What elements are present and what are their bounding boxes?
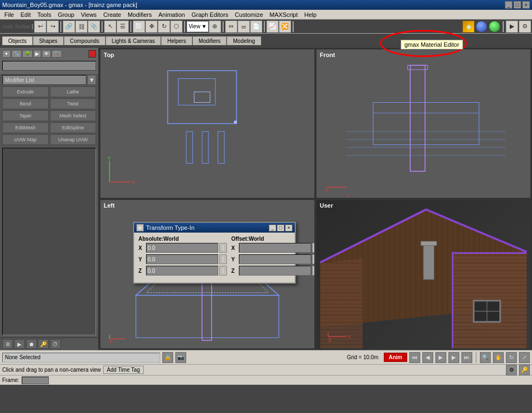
- bend-btn[interactable]: Bend: [2, 98, 49, 109]
- lathe-btn[interactable]: Lathe: [50, 86, 97, 97]
- anim-prev-key[interactable]: ◀: [422, 352, 433, 363]
- oy-spinner[interactable]: ▲▼: [312, 254, 315, 264]
- menu-animation[interactable]: Animation: [155, 11, 188, 18]
- x-down[interactable]: ▼: [221, 248, 225, 251]
- restore-btn[interactable]: □: [514, 1, 521, 9]
- anim-play-btn[interactable]: ▶: [14, 339, 25, 349]
- redo-btn[interactable]: ↪: [47, 21, 59, 33]
- viewport-left[interactable]: Left Z: [100, 199, 315, 349]
- nav-zoom-btn[interactable]: 🔍: [480, 352, 491, 363]
- nav-maxout-btn[interactable]: ⤢: [519, 352, 530, 363]
- tab-compounds[interactable]: Compounds: [64, 36, 105, 45]
- viewport-user[interactable]: User: [316, 199, 531, 349]
- tab-objects[interactable]: Objects: [2, 36, 33, 45]
- menu-graph-editors[interactable]: Graph Editors: [188, 11, 232, 18]
- menu-modifiers[interactable]: Modifiers: [124, 11, 155, 18]
- edit-mesh-btn[interactable]: EditMesh: [2, 122, 49, 133]
- object-color-box[interactable]: [88, 50, 96, 58]
- tab-modifiers[interactable]: Modifiers: [193, 36, 227, 45]
- key-filter-icon[interactable]: 🔑: [519, 365, 530, 376]
- anim-btn[interactable]: Anim: [384, 353, 407, 362]
- z-down[interactable]: ▼: [221, 271, 225, 274]
- x-spinner[interactable]: ▲▼: [219, 243, 227, 253]
- scale-btn[interactable]: ⬡: [170, 21, 182, 33]
- display-tab[interactable]: 👁: [42, 50, 51, 58]
- render-settings-btn[interactable]: ⚙: [519, 21, 531, 33]
- anim-prev-frame[interactable]: ⏮: [409, 352, 420, 363]
- anim-keyframe-btn[interactable]: 🔑: [38, 339, 49, 349]
- frame-input[interactable]: [22, 377, 49, 384]
- extrude-btn[interactable]: Extrude: [2, 86, 49, 97]
- menu-views[interactable]: Views: [78, 11, 100, 18]
- object-name-field[interactable]: [2, 61, 96, 71]
- add-time-tag-btn[interactable]: Add Time Tag: [103, 366, 144, 374]
- mesh-select-btn[interactable]: Mesh Select: [50, 110, 97, 121]
- material-editor-btn[interactable]: [476, 21, 487, 33]
- close-btn[interactable]: ×: [522, 1, 530, 9]
- minimize-btn[interactable]: _: [505, 1, 512, 9]
- render-btn[interactable]: ▶: [506, 21, 518, 33]
- unwrap-uvw-btn[interactable]: Unwrap UVW: [50, 134, 97, 145]
- z-input[interactable]: [146, 266, 218, 276]
- material-btn-gold[interactable]: ◆: [463, 21, 474, 33]
- uvw-map-btn[interactable]: UVW Map: [2, 134, 49, 145]
- menu-create[interactable]: Create: [100, 11, 124, 18]
- menu-maxscript[interactable]: MAXScript: [267, 11, 301, 18]
- bind-btn[interactable]: 📎: [88, 21, 100, 33]
- y-down[interactable]: ▼: [221, 259, 225, 262]
- link-btn[interactable]: 🔗: [63, 21, 75, 33]
- select-by-name-btn[interactable]: ☰: [117, 21, 129, 33]
- utility-tab[interactable]: 🔨: [52, 50, 62, 58]
- select-region-btn[interactable]: ⬜: [133, 21, 145, 33]
- y-input[interactable]: [146, 254, 218, 264]
- z-spinner[interactable]: ▲▼: [219, 266, 227, 276]
- dialog-restore-btn[interactable]: □: [277, 224, 284, 231]
- viewport-top[interactable]: Top X Y: [100, 49, 315, 198]
- menu-group[interactable]: Group: [54, 11, 78, 18]
- oy-input[interactable]: [239, 254, 311, 264]
- anim-settings-btn[interactable]: ⚙: [2, 339, 13, 349]
- status-camera-icon[interactable]: 📷: [175, 352, 186, 363]
- modifier-list-arrow[interactable]: ▼: [87, 75, 96, 85]
- viewport-front[interactable]: Front Z: [316, 49, 531, 198]
- nav-pan-btn[interactable]: ✋: [493, 352, 504, 363]
- anim-next-frame[interactable]: ⏭: [461, 352, 472, 363]
- menu-file[interactable]: File: [1, 11, 17, 18]
- modify-tab[interactable]: 🔧: [11, 50, 22, 58]
- layer-btn[interactable]: 📄: [250, 21, 262, 33]
- tab-lights-cameras[interactable]: Lights & Cameras: [106, 36, 161, 45]
- titlebar-buttons[interactable]: _ □ ×: [505, 1, 530, 9]
- use-pivot-btn[interactable]: ⊕: [209, 21, 221, 33]
- anim-time-btn[interactable]: ⏱: [50, 339, 61, 349]
- dialog-close-btn[interactable]: ×: [285, 224, 293, 231]
- y-spinner[interactable]: ▲▼: [219, 254, 227, 264]
- mirror-btn[interactable]: ⇔: [225, 21, 237, 33]
- ox-spinner[interactable]: ▲▼: [312, 243, 315, 253]
- reference-coord-dropdown[interactable]: View ▼: [187, 21, 208, 32]
- unlink-btn[interactable]: ⛓: [75, 21, 87, 33]
- menu-help[interactable]: Help: [301, 11, 320, 18]
- undo-btn[interactable]: ↩: [34, 21, 46, 33]
- nav-orbit-btn[interactable]: ↻: [506, 352, 517, 363]
- schematic-btn[interactable]: 🔀: [279, 21, 291, 33]
- oz-spinner[interactable]: ▲▼: [312, 266, 315, 276]
- render-btn-green[interactable]: [489, 21, 501, 33]
- motion-tab[interactable]: ▶: [33, 50, 41, 58]
- hierarchy-tab[interactable]: 🌳: [22, 50, 33, 58]
- tab-modeling[interactable]: Modeling: [227, 36, 261, 45]
- anim-next-key[interactable]: ▶: [448, 352, 459, 363]
- dialog-minimize-btn[interactable]: _: [269, 224, 276, 231]
- select-btn[interactable]: ↖: [104, 21, 116, 33]
- anim-play-btn[interactable]: ▶: [435, 352, 446, 363]
- modifier-list-dropdown[interactable]: Modifier List: [2, 75, 86, 85]
- ox-input[interactable]: [239, 243, 311, 253]
- curve-editor-btn[interactable]: 📈: [267, 21, 278, 33]
- menu-tools[interactable]: Tools: [34, 11, 55, 18]
- create-tab[interactable]: ✦: [2, 50, 11, 58]
- menu-customize[interactable]: Customize: [232, 11, 267, 18]
- move-btn[interactable]: ✥: [145, 21, 157, 33]
- tab-shapes[interactable]: Shapes: [33, 36, 64, 45]
- taper-btn[interactable]: Taper: [2, 110, 49, 121]
- status-lock-icon[interactable]: 🔒: [162, 352, 173, 363]
- anim-record-btn[interactable]: ⏺: [26, 339, 37, 349]
